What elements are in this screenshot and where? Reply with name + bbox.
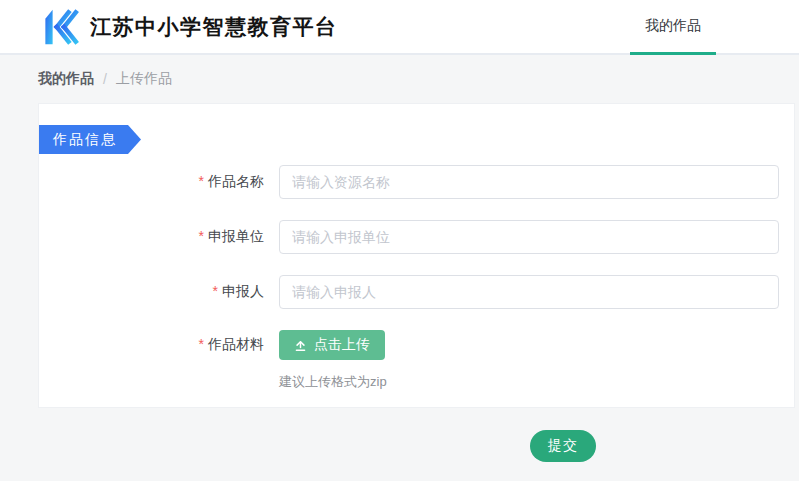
submit-button[interactable]: 提交 xyxy=(530,430,596,462)
form-row-work-name: *作品名称 xyxy=(39,165,794,199)
upload-form: *作品名称 *申报单位 *申报人 *作品材料 xyxy=(39,165,794,391)
platform-logo-icon xyxy=(36,7,82,47)
declarant-input[interactable] xyxy=(279,275,779,309)
breadcrumb: 我的作品 / 上传作品 xyxy=(38,55,172,103)
declarant-label: *申报人 xyxy=(39,283,279,301)
form-row-work-materials: *作品材料 点击上传 xyxy=(39,330,794,360)
work-materials-label: *作品材料 xyxy=(39,336,279,354)
required-asterisk: * xyxy=(213,283,218,299)
work-name-label: *作品名称 xyxy=(39,173,279,191)
upload-icon xyxy=(294,339,307,352)
required-asterisk: * xyxy=(199,336,204,352)
page-title: 江苏中小学智慧教育平台 xyxy=(90,13,338,41)
header: 江苏中小学智慧教育平台 我的作品 xyxy=(0,0,799,55)
breadcrumb-item-my-works[interactable]: 我的作品 xyxy=(38,70,94,88)
work-name-input[interactable] xyxy=(279,165,779,199)
upload-hint: 建议上传格式为zip xyxy=(279,373,794,391)
breadcrumb-item-upload-work: 上传作品 xyxy=(116,70,172,88)
form-row-declarant: *申报人 xyxy=(39,275,794,309)
tab-my-works[interactable]: 我的作品 xyxy=(630,0,716,55)
required-asterisk: * xyxy=(199,228,204,244)
section-badge: 作品信息 xyxy=(39,125,141,154)
upload-button-label: 点击上传 xyxy=(314,336,370,354)
form-row-declaring-unit: *申报单位 xyxy=(39,220,794,254)
declaring-unit-label: *申报单位 xyxy=(39,228,279,246)
breadcrumb-separator: / xyxy=(103,71,107,87)
brand[interactable]: 江苏中小学智慧教育平台 xyxy=(36,0,338,53)
upload-button[interactable]: 点击上传 xyxy=(279,330,385,360)
tab-my-works-label: 我的作品 xyxy=(645,17,701,35)
declaring-unit-input[interactable] xyxy=(279,220,779,254)
content-card: 作品信息 *作品名称 *申报单位 *申报人 *作品材料 xyxy=(38,103,795,408)
required-asterisk: * xyxy=(199,173,204,189)
